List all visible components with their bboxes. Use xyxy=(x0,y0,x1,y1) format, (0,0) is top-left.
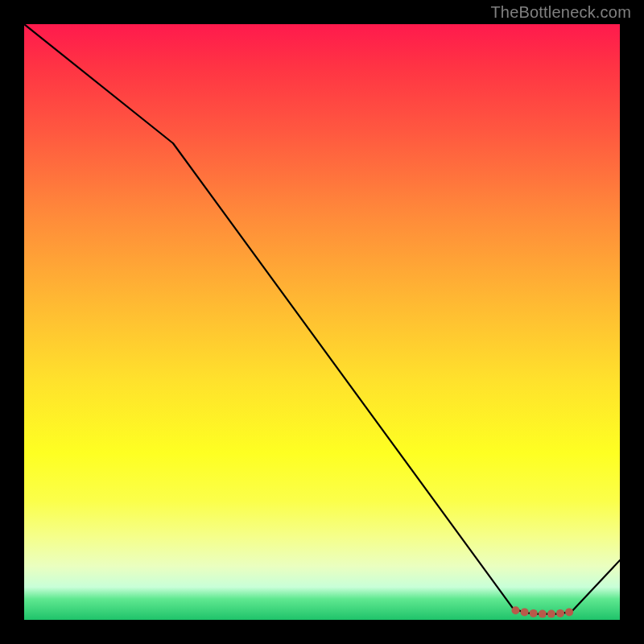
marker-dot xyxy=(539,610,547,618)
plot-area xyxy=(24,24,620,620)
chart-svg xyxy=(24,24,620,620)
chart-container: TheBottleneck.com xyxy=(0,0,644,644)
curve-markers xyxy=(512,606,574,617)
marker-dot xyxy=(547,610,555,618)
marker-dot xyxy=(565,608,573,616)
curve-line xyxy=(24,24,620,614)
marker-dot xyxy=(512,606,520,614)
marker-dot xyxy=(521,608,529,616)
marker-dot xyxy=(556,609,564,617)
marker-dot xyxy=(530,609,538,617)
watermark-text: TheBottleneck.com xyxy=(490,3,631,22)
